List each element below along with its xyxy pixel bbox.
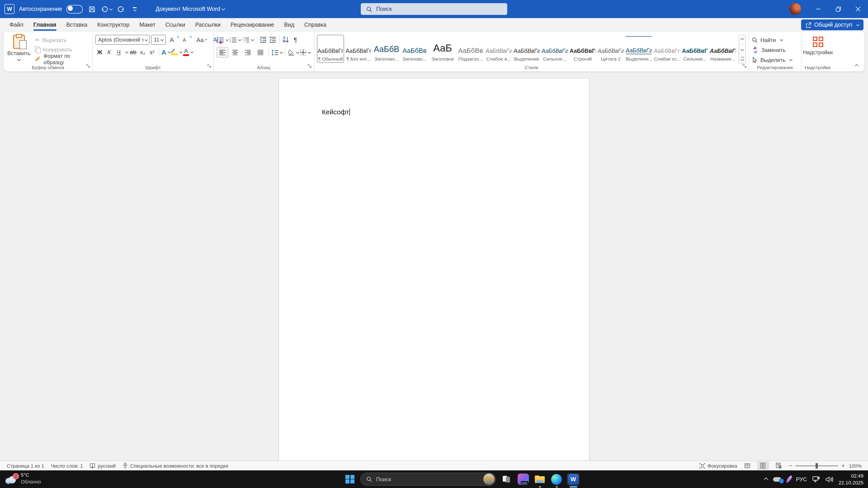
task-view-button[interactable] xyxy=(500,473,513,486)
accessibility-status[interactable]: Специальные возможности: все в порядке xyxy=(123,463,228,468)
ribbon-tab[interactable]: Макет xyxy=(134,18,160,32)
numbering-button[interactable]: 123 xyxy=(229,35,241,44)
redo-button[interactable] xyxy=(117,3,126,15)
underline-button[interactable]: Ч xyxy=(114,47,123,57)
style-card[interactable]: АаБбВвГг Выделение xyxy=(513,35,540,63)
edge-button[interactable] xyxy=(550,473,563,486)
weather-widget[interactable]: 2 5°C Облачно xyxy=(4,472,41,485)
style-card[interactable]: АаБбВв Заголово... xyxy=(401,35,428,63)
align-right-button[interactable] xyxy=(242,47,254,58)
style-card[interactable]: АаБбВвГг Выделенн... xyxy=(625,35,652,63)
decrease-indent-button[interactable] xyxy=(258,35,267,44)
sort-button[interactable]: АЯ xyxy=(282,35,290,44)
taskbar-search[interactable]: Поиск xyxy=(360,473,496,486)
ribbon-tab[interactable]: Вид xyxy=(279,18,299,32)
style-card[interactable]: АаБбВвГг ¶ Без инт... xyxy=(345,35,372,63)
italic-button[interactable]: К xyxy=(105,47,114,57)
network-icon[interactable] xyxy=(812,476,820,483)
change-case-button[interactable]: Аа xyxy=(197,35,206,44)
show-marks-button[interactable]: ¶ xyxy=(291,35,300,44)
search-highlight-thumbnail[interactable] xyxy=(483,474,495,485)
text-effects-button[interactable]: А xyxy=(161,47,170,57)
gallery-scroll-up-button[interactable] xyxy=(739,35,745,44)
feather-tray-icon[interactable] xyxy=(785,475,793,484)
align-left-button[interactable] xyxy=(217,47,228,58)
save-button[interactable] xyxy=(88,3,96,15)
bullets-button[interactable] xyxy=(217,35,228,44)
font-color-button[interactable]: А xyxy=(183,47,193,57)
m365-copilot-button[interactable]: M365 xyxy=(517,473,529,486)
style-card[interactable]: АаБбВвГг Слабая сс... xyxy=(653,35,680,63)
replace-button[interactable]: bc Заменить xyxy=(752,46,798,54)
align-center-button[interactable] xyxy=(229,47,241,58)
justify-button[interactable] xyxy=(254,47,266,58)
undo-button[interactable] xyxy=(101,3,112,15)
document-page[interactable]: Кейсофт xyxy=(278,78,590,460)
styles-dialog-launcher[interactable] xyxy=(742,62,747,70)
style-card[interactable]: АаБбВв Подзагол... xyxy=(457,35,484,63)
zoom-in-button[interactable]: + xyxy=(842,462,845,469)
strikethrough-button[interactable]: ab xyxy=(129,47,137,57)
grow-font-button[interactable]: А˄ xyxy=(167,35,179,44)
ribbon-tab[interactable]: Конструктор xyxy=(92,18,134,32)
clipboard-dialog-launcher[interactable] xyxy=(86,62,90,70)
shading-button[interactable] xyxy=(287,48,299,57)
document-title[interactable]: Документ Microsoft Word xyxy=(156,6,225,12)
restore-button[interactable] xyxy=(828,0,848,18)
font-name-combobox[interactable]: Aptos (Основной тек xyxy=(95,35,150,45)
style-card[interactable]: АаБбВвГ Сильная... xyxy=(681,35,708,63)
style-card[interactable]: АаБбВ Заголово... xyxy=(373,35,400,63)
volume-icon[interactable] xyxy=(826,476,833,482)
paste-button[interactable]: Вставить xyxy=(6,35,31,63)
ribbon-tab[interactable]: Вставка xyxy=(61,18,92,32)
language-indicator[interactable]: РУС xyxy=(796,476,807,482)
autosave-toggle[interactable] xyxy=(67,5,83,13)
format-painter-button[interactable]: Формат по образцу xyxy=(35,55,90,63)
multilevel-list-button[interactable]: 1ai xyxy=(242,35,254,44)
increase-indent-button[interactable] xyxy=(268,35,277,44)
zoom-slider-thumb[interactable] xyxy=(816,463,818,468)
start-button[interactable] xyxy=(344,473,356,486)
proofing-status[interactable]: русский xyxy=(90,463,116,468)
bold-button[interactable]: Ж xyxy=(95,47,104,57)
style-card[interactable]: АаБбВвГг Строгий xyxy=(569,35,596,63)
zoom-level[interactable]: 100% xyxy=(849,463,862,468)
ribbon-tab[interactable]: Рецензирование xyxy=(225,18,279,32)
ribbon-tab[interactable]: Ссылки xyxy=(160,18,190,32)
onedrive-icon[interactable]: i xyxy=(773,476,782,482)
style-card[interactable]: АаБбВвГг Слабое в... xyxy=(485,35,512,63)
line-spacing-button[interactable] xyxy=(271,48,283,57)
print-layout-button[interactable] xyxy=(757,461,769,470)
share-button[interactable]: Общий доступ xyxy=(801,20,864,30)
clock-widget[interactable]: 02:49 22.10.2025 xyxy=(839,473,864,486)
search-input[interactable]: Поиск xyxy=(361,3,507,15)
shrink-font-button[interactable]: А˅ xyxy=(180,35,191,44)
style-card[interactable]: АаБбВвГг Название... xyxy=(709,35,737,63)
style-card[interactable]: АаБбВвГг Сильное... xyxy=(541,35,568,63)
read-mode-button[interactable] xyxy=(741,461,753,470)
focus-mode-button[interactable]: Фокусировка xyxy=(700,463,737,468)
subscript-button[interactable]: x₂ xyxy=(138,47,147,57)
account-avatar[interactable] xyxy=(789,3,801,15)
zoom-slider[interactable] xyxy=(796,465,838,466)
ribbon-tab[interactable]: Справка xyxy=(299,18,331,32)
word-taskbar-button[interactable]: W xyxy=(567,473,580,486)
font-size-combobox[interactable]: 11 xyxy=(151,35,166,45)
style-card[interactable]: АаБбВвГг Цитата 2 xyxy=(597,35,624,63)
borders-button[interactable] xyxy=(300,48,311,57)
highlight-button[interactable] xyxy=(171,47,182,57)
close-button[interactable] xyxy=(848,0,868,18)
paragraph-dialog-launcher[interactable] xyxy=(307,62,312,70)
select-button[interactable]: Выделить xyxy=(752,56,798,64)
quick-access-overflow-button[interactable] xyxy=(130,3,140,15)
font-dialog-launcher[interactable] xyxy=(207,62,212,70)
ribbon-tab[interactable]: Рассылки xyxy=(190,18,225,32)
style-card[interactable]: АаБбВвГг ¶ Обычный xyxy=(317,35,344,63)
tray-expand-button[interactable] xyxy=(765,475,768,483)
word-count-status[interactable]: Число слов: 1 xyxy=(51,463,83,468)
ribbon-tab[interactable]: Главная xyxy=(28,18,61,32)
superscript-button[interactable]: x² xyxy=(148,47,156,57)
minimize-button[interactable] xyxy=(808,0,828,18)
gallery-scroll-down-button[interactable] xyxy=(739,44,745,54)
addins-button[interactable]: Надстройки xyxy=(804,35,831,56)
